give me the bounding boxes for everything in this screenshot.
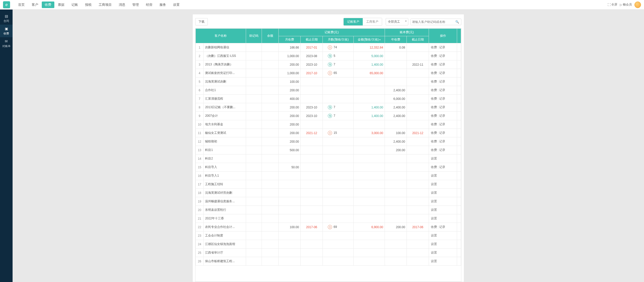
op-fee[interactable]: 收费: [431, 63, 437, 66]
cell-customer-name[interactable]: 2007会计: [204, 112, 246, 120]
vip-button[interactable]: ▷ 畅会员: [620, 3, 632, 7]
op-fee[interactable]: 收费: [431, 80, 437, 83]
cell-ops: 设置: [429, 240, 457, 249]
cell-customer-name[interactable]: （勿删）江西服宝-LSS: [204, 52, 246, 60]
op-fee[interactable]: 收费: [431, 123, 437, 126]
cell-month-fee: [278, 189, 301, 197]
search-icon[interactable]: 🔍: [453, 20, 461, 24]
op-record[interactable]: 记录: [439, 225, 445, 229]
op-settings[interactable]: 设置: [431, 157, 437, 160]
topnav-item[interactable]: 报税: [82, 0, 95, 10]
op-record[interactable]: 记录: [439, 88, 445, 92]
op-fee[interactable]: 收费: [431, 88, 437, 92]
op-fee[interactable]: 收费: [431, 46, 437, 49]
op-record[interactable]: 记录: [439, 123, 445, 126]
op-settings[interactable]: 设置: [431, 251, 437, 254]
cell-customer-name[interactable]: 科目导入1: [204, 172, 246, 180]
op-record[interactable]: 记录: [439, 54, 445, 58]
op-record[interactable]: 记录: [439, 46, 445, 49]
op-fee[interactable]: 收费: [431, 131, 437, 135]
sidebar-item[interactable]: ▤合同: [0, 12, 13, 25]
cell-customer-name[interactable]: 测试账套的凭证打印...: [204, 69, 246, 77]
topnav-item[interactable]: 客户: [28, 0, 42, 10]
op-record[interactable]: 记录: [439, 71, 445, 75]
op-settings[interactable]: 设置: [431, 217, 437, 220]
cell-customer-name[interactable]: 农民专业合作社会计...: [204, 223, 246, 231]
op-fee[interactable]: 收费: [431, 71, 437, 75]
cell-customer-name[interactable]: 勿删新锐网络通信: [204, 43, 246, 52]
cell-customer-name[interactable]: 2013日记账（不要删...: [204, 103, 246, 112]
op-record[interactable]: 记录: [439, 165, 445, 169]
search-input[interactable]: [411, 19, 453, 25]
cell-customer-name[interactable]: 科目2: [204, 154, 246, 163]
tab-jizhang-customer[interactable]: 记账客户: [344, 18, 363, 25]
cell-month-fee: 400.00: [278, 95, 301, 103]
op-settings[interactable]: 设置: [431, 259, 437, 263]
cell-customer-name[interactable]: 科目1: [204, 146, 246, 154]
topnav-item[interactable]: 工商项目: [95, 0, 115, 10]
op-fee[interactable]: 收费: [431, 97, 437, 100]
cell-customer-name[interactable]: 沈海英测试经营勿删: [204, 189, 246, 197]
avatar[interactable]: [634, 2, 641, 8]
op-fee[interactable]: 收费: [431, 165, 437, 169]
topnav-item[interactable]: 收费: [42, 2, 54, 8]
cell-customer-name[interactable]: 工程施工结转: [204, 180, 246, 189]
topnav-item[interactable]: 经营: [142, 0, 156, 10]
op-record[interactable]: 记录: [439, 148, 445, 152]
cell-customer-name[interactable]: 2013（陶美芳勿删）: [204, 60, 246, 69]
op-record[interactable]: 记录: [439, 105, 445, 109]
op-record[interactable]: 记录: [439, 63, 445, 66]
op-record[interactable]: 记录: [439, 140, 445, 143]
op-settings[interactable]: 设置: [431, 242, 437, 246]
topnav-item[interactable]: 票据: [54, 0, 68, 10]
cell-customer-name[interactable]: 工会会计制度: [204, 231, 246, 240]
sidebar-item[interactable]: ▣收费: [0, 25, 13, 37]
staff-select[interactable]: 全部员工: [386, 18, 408, 25]
cell-customer-name[interactable]: 汇算清缴流程: [204, 95, 246, 103]
fullscreen-button[interactable]: ⛶ 全屏: [608, 3, 617, 7]
tab-gongshang-customer[interactable]: 工商客户: [363, 18, 382, 25]
topnav-item[interactable]: 记账: [68, 0, 82, 10]
cell-customer-name[interactable]: 东明县设置鞋行: [204, 206, 246, 214]
cell-customer-name[interactable]: 保山市板桥建筑工程...: [204, 257, 246, 266]
cell-customer-name[interactable]: 杨仙女工资测试: [204, 129, 246, 137]
cell-customer-name[interactable]: 科目导入: [204, 163, 246, 172]
table-scroll[interactable]: 客户名称 助记码 余额 记账费(元) 账本费(元) 操作 月收费 截止日期: [195, 28, 461, 282]
cell-amount: [354, 206, 385, 214]
topnav-item[interactable]: 服务: [156, 0, 170, 10]
op-settings[interactable]: 设置: [431, 199, 437, 203]
op-fee[interactable]: 收费: [431, 148, 437, 152]
cell-customer-name[interactable]: 江都区仙女镇泡泡面馆: [204, 240, 246, 249]
cell-customer-name[interactable]: 沈海英测试勿删: [204, 77, 246, 86]
op-fee[interactable]: 收费: [431, 105, 437, 109]
overdue-icon: 欠: [328, 131, 332, 135]
topnav-item[interactable]: 管理: [129, 0, 142, 10]
op-record[interactable]: 记录: [439, 97, 445, 100]
op-settings[interactable]: 设置: [431, 234, 437, 237]
cell-customer-name[interactable]: 地方水利基金: [204, 120, 246, 129]
th-months[interactable]: 月数(预收/欠收): [323, 36, 354, 43]
cell-customer-name[interactable]: 2022年十三香: [204, 214, 246, 223]
cell-customer-name[interactable]: 辅助期初: [204, 137, 246, 146]
op-settings[interactable]: 设置: [431, 174, 437, 177]
op-settings[interactable]: 设置: [431, 191, 437, 194]
op-fee[interactable]: 收费: [431, 114, 437, 117]
download-button[interactable]: 下载: [195, 18, 208, 25]
cell-customer-name[interactable]: 江西省审计厅: [204, 249, 246, 257]
op-record[interactable]: 记录: [439, 80, 445, 83]
op-fee[interactable]: 收费: [431, 225, 437, 229]
op-fee[interactable]: 收费: [431, 140, 437, 143]
cell-customer-name[interactable]: 合作社1: [204, 86, 246, 95]
op-record[interactable]: 记录: [439, 131, 445, 135]
topnav-item[interactable]: 首页: [15, 0, 28, 10]
cell-customer-name[interactable]: 温州畅捷通信息服务...: [204, 197, 246, 206]
topnav-item[interactable]: 设置: [170, 0, 183, 10]
sidebar-item[interactable]: ✉对账单: [0, 37, 13, 50]
op-record[interactable]: 记录: [439, 114, 445, 117]
cell-ops: 收费|记录: [429, 103, 457, 112]
op-settings[interactable]: 设置: [431, 208, 437, 212]
op-settings[interactable]: 设置: [431, 182, 437, 186]
th-amount[interactable]: 金额(预收/欠收): [354, 36, 385, 43]
op-fee[interactable]: 收费: [431, 54, 437, 58]
topnav-item[interactable]: 消息: [115, 0, 129, 10]
